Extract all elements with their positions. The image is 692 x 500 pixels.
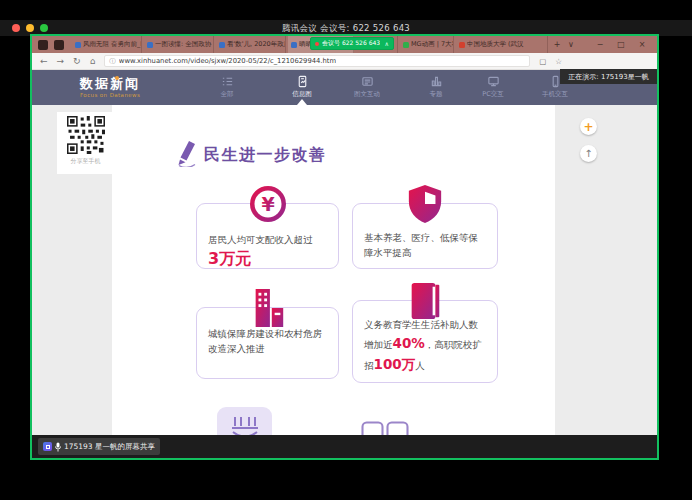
tab-label: 一图读懂: 全国政协 [155,40,211,49]
list-icon [221,75,234,88]
zoom-in-fab[interactable]: + [580,118,597,135]
recording-dot-icon [315,42,319,46]
card-text: 城镇保障房建设和农村危房改造深入推进 [208,327,327,356]
newspaper-icon [361,75,374,88]
browser-urlbar: ← → ↻ ⌂ ⓘ www.xinhuanet.com/video/sjxw/2… [32,53,657,70]
meeting-floating-bar[interactable]: 会议号 622 526 643 ∧ [310,37,394,50]
share-badge-label: 175193 星一帆的屏幕共享 [64,442,155,452]
home-button[interactable]: ⌂ [90,53,96,70]
svg-text:¥: ¥ [261,193,274,215]
qr-code [67,116,105,154]
browser-tab[interactable]: 风雨无阻 奋勇向前_I [72,36,142,53]
reading-view-icon[interactable]: ▢ [539,57,546,66]
screenshot-root: 腾讯会议 会议号: 622 526 643 风雨无阻 奋勇向前_I 一图读懂: … [0,0,692,500]
logo-accent-dot [115,76,119,80]
tab-label: 中国地质大学 (武汉 [467,40,524,49]
refresh-button[interactable]: ↻ [73,53,81,70]
nav-item-topics[interactable]: 专题 [406,75,466,99]
tab-label: 看'数'儿, 2020年政府 [227,40,286,49]
presenting-tooltip: 正在演示: 175193星一帆 [560,69,657,84]
pencil-icon [176,139,200,167]
minimize-button[interactable]: − [593,36,607,53]
stat-card-social-security: 基本养老、医疗、低保等保障水平提高 [352,203,498,269]
tab-favicon [459,42,465,48]
nav-label: 手机交互 [525,90,585,99]
screen-share-badge[interactable]: 175193 星一帆的屏幕共享 [38,438,160,455]
meeting-window-title: 腾讯会议 会议号: 622 526 643 [0,20,692,36]
tab-favicon [291,42,297,48]
browser-tab[interactable]: 中国地质大学 (武汉 [456,36,548,53]
shield-icon [406,183,444,225]
nav-label: 信息图 [272,90,332,99]
browser-tab[interactable]: 看'数'儿, 2020年政府 [216,36,286,53]
stat-card-income: ¥ 居民人均可支配收入超过 3万元 [196,203,339,269]
browser-tab[interactable]: MG动画 | 7大看点! [400,36,454,53]
nav-item-pc-interactive[interactable]: PC交互 [463,75,523,99]
tab-label: MG动画 | 7大看点! [411,40,454,49]
nav-label: PC交互 [463,90,523,99]
columns-icon [430,75,443,88]
browser-tab[interactable]: 一图读懂: 全国政协 [144,36,214,53]
tab-menu-button[interactable]: ∨ [564,36,578,53]
pinned-tab-1-icon[interactable] [38,40,48,50]
qr-share-panel: 分享至手机 [57,112,114,174]
tab-favicon [219,42,225,48]
stat-card-education: 义务教育学生生活补助人数增加近40%，高职院校扩招100万人 [352,300,498,383]
nav-item-article[interactable]: 图文互动 [337,75,397,99]
card-text: 义务教育学生生活补助人数增加近40%，高职院校扩招100万人 [364,318,486,375]
qr-caption: 分享至手机 [57,157,114,166]
nav-item-all[interactable]: 全部 [197,75,257,99]
meeting-id-label: 会议号 622 526 643 [322,39,380,48]
card-highlight: 40% [393,335,425,351]
book-icon [405,280,445,322]
shared-screen: 风雨无阻 奋勇向前_I 一图读懂: 全国政协 看'数'儿, 2020年政府 晒晒… [32,36,657,458]
tab-favicon [75,42,81,48]
meeting-titlebar: 腾讯会议 会议号: 622 526 643 [0,20,692,36]
yuan-coin-icon: ¥ [248,183,288,225]
nav-label: 专题 [406,90,466,99]
browser-tabbar: 风雨无阻 奋勇向前_I 一图读懂: 全国政协 看'数'儿, 2020年政府 晒晒… [32,36,657,53]
nav-label: 图文互动 [337,90,397,99]
tab-label: 风雨无阻 奋勇向前_I [83,40,142,49]
tab-favicon [403,42,409,48]
new-tab-button[interactable]: + [550,36,564,53]
pinned-tab-2-icon[interactable] [54,40,64,50]
site-logo-subtitle: Focus on Datanews [80,92,140,98]
microphone-icon [55,442,61,452]
windows-taskbar: 175193 星一帆的屏幕共享 e P ∧ ▭ ⚠ ◁ 中 ▦ 19:25 20… [32,435,657,458]
tab-favicon [147,42,153,48]
card-text: 基本养老、医疗、低保等保障水平提高 [364,231,486,260]
nav-item-infographic[interactable]: 信息图 [272,75,332,99]
open-book-icon [360,420,410,435]
building-icon [249,287,287,329]
forward-button[interactable]: → [57,53,65,70]
page-info-icon[interactable]: ⓘ [109,57,116,66]
infographic-icon [296,75,309,88]
address-bar[interactable]: ⓘ www.xinhuanet.com/video/sjxw/2020-05/2… [104,55,530,67]
section-heading: 民生进一步改善 [204,145,327,166]
address-text: www.xinhuanet.com/video/sjxw/2020-05/22/… [119,57,336,65]
expand-icon: ∧ [385,40,389,47]
scroll-top-fab[interactable]: ↑ [580,145,597,162]
site-logo[interactable]: 数据新闻 [80,75,140,93]
close-button[interactable]: × [635,36,649,53]
stat-card-housing: 城镇保障房建设和农村危房改造深入推进 [196,307,339,379]
partial-next-card [217,407,272,435]
page-content: 分享至手机 民生进一步改善 ¥ 居民人均可支配收入超过 3万元 [32,105,657,435]
card-highlight: 100万 [374,356,416,372]
nav-label: 全部 [197,90,257,99]
favorites-star-icon[interactable]: ☆ [555,57,562,66]
card-highlight: 3万元 [208,249,327,270]
meeting-app-icon [43,442,52,451]
back-button[interactable]: ← [40,53,48,70]
partial-icon [225,414,265,435]
maximize-button[interactable]: □ [614,36,628,53]
card-text: 居民人均可支配收入超过 [208,233,327,248]
monitor-icon [487,75,500,88]
